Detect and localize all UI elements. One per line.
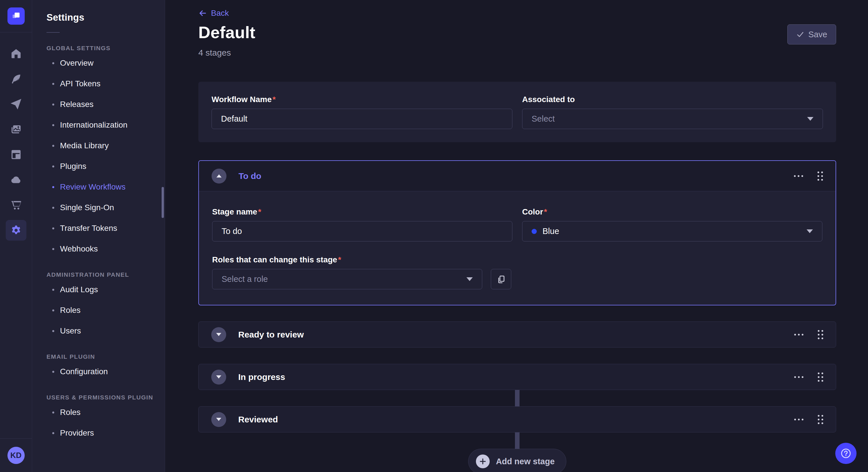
collapse-stage-button[interactable] <box>212 169 226 183</box>
back-button[interactable]: Back <box>198 9 229 18</box>
settings-nav-button[interactable] <box>6 220 26 241</box>
rail-divider <box>0 32 32 32</box>
section-global-settings: GLOBAL SETTINGS <box>46 45 165 52</box>
required-asterisk: * <box>273 95 276 104</box>
bullet-icon <box>52 248 54 250</box>
sidebar-item-review-workflows[interactable]: Review Workflows <box>46 177 165 197</box>
save-button[interactable]: Save <box>787 24 836 44</box>
sidebar-item-plugins[interactable]: Plugins <box>46 156 165 177</box>
bullet-icon <box>52 62 54 64</box>
user-avatar[interactable]: KD <box>7 447 25 464</box>
more-horizontal-icon <box>794 334 803 336</box>
required-asterisk: * <box>338 255 341 264</box>
sidebar-item-email-configuration[interactable]: Configuration <box>46 361 165 382</box>
arrow-left-icon <box>198 9 207 18</box>
sidebar-item-api-tokens[interactable]: API Tokens <box>46 73 165 94</box>
more-horizontal-icon <box>794 419 803 420</box>
sidebar-scrollbar[interactable] <box>162 187 164 218</box>
sidebar-item-internationalization[interactable]: Internationalization <box>46 115 165 135</box>
bullet-icon <box>52 289 54 291</box>
stage-more-button[interactable] <box>792 416 806 423</box>
workflow-form-card: Workflow Name* Associated to Select <box>198 82 836 142</box>
sidebar-item-audit-logs[interactable]: Audit Logs <box>46 279 165 300</box>
more-horizontal-icon <box>794 175 803 177</box>
stage-card-in-progress[interactable]: In progress <box>198 364 836 390</box>
associated-to-select[interactable]: Select <box>522 109 823 129</box>
bullet-icon <box>52 165 54 167</box>
section-administration-panel: ADMINISTRATION PANEL <box>46 271 165 278</box>
stage-color-field: Color* Blue <box>522 207 823 241</box>
stage-count: 4 stages <box>198 48 836 58</box>
bullet-icon <box>52 371 54 373</box>
sidebar-item-up-providers[interactable]: Providers <box>46 423 165 443</box>
media-library-nav-button[interactable] <box>6 119 26 140</box>
sidebar-item-admin-roles[interactable]: Roles <box>46 300 165 321</box>
duplicate-stage-button[interactable] <box>491 269 511 289</box>
content-manager-nav-button[interactable] <box>6 69 26 89</box>
bullet-icon <box>52 330 54 332</box>
roles-select[interactable]: Select a role <box>212 269 482 289</box>
workflow-name-label: Workflow Name <box>212 95 272 104</box>
expand-stage-button[interactable] <box>211 327 226 342</box>
check-icon <box>796 30 804 38</box>
rail-icon-list <box>6 41 26 438</box>
workflow-name-field: Workflow Name* <box>212 95 513 129</box>
stage-more-button[interactable] <box>792 332 806 338</box>
app-window: KD Settings GLOBAL SETTINGS Overview API… <box>0 0 868 472</box>
add-new-stage-button[interactable]: Add new stage <box>468 449 567 472</box>
stage-card-to-do: To do Stage name* <box>198 160 836 305</box>
sidebar-item-overview[interactable]: Overview <box>46 53 165 73</box>
stage-card-reviewed[interactable]: Reviewed <box>198 406 836 432</box>
drag-handle-icon <box>818 330 823 339</box>
sidebar-item-media-library[interactable]: Media Library <box>46 135 165 156</box>
cloud-nav-button[interactable] <box>6 169 26 190</box>
sidebar-item-releases[interactable]: Releases <box>46 94 165 115</box>
sidebar-item-transfer-tokens[interactable]: Transfer Tokens <box>46 218 165 239</box>
stage-more-button[interactable] <box>792 374 806 380</box>
expand-stage-button[interactable] <box>211 370 226 384</box>
bullet-icon <box>52 124 54 126</box>
expand-stage-button[interactable] <box>211 412 226 427</box>
settings-sidebar: Settings GLOBAL SETTINGS Overview API To… <box>32 0 165 472</box>
stage-title: Ready to review <box>238 330 304 339</box>
stage-more-button[interactable] <box>792 173 805 179</box>
stage-drag-handle[interactable] <box>815 413 826 427</box>
chevron-down-icon <box>807 117 813 121</box>
sidebar-item-admin-users[interactable]: Users <box>46 321 165 341</box>
stage-name-field: Stage name* <box>212 207 513 241</box>
chevron-down-icon <box>216 418 221 421</box>
bullet-icon <box>52 103 54 105</box>
sidebar-item-webhooks[interactable]: Webhooks <box>46 239 165 259</box>
releases-nav-button[interactable] <box>6 94 26 114</box>
layout-icon <box>10 148 22 161</box>
content-type-builder-nav-button[interactable] <box>6 144 26 165</box>
stage-drag-handle[interactable] <box>815 169 825 183</box>
color-swatch-blue <box>532 229 537 234</box>
bullet-icon <box>52 411 54 413</box>
chevron-down-icon <box>216 375 221 378</box>
stage-name-label: Stage name <box>212 207 257 216</box>
copy-icon <box>496 274 506 284</box>
plus-circle-icon <box>476 454 490 468</box>
color-label: Color <box>522 207 543 216</box>
marketplace-nav-button[interactable] <box>6 195 26 215</box>
stage-drag-handle[interactable] <box>815 370 826 384</box>
color-select[interactable]: Blue <box>522 221 823 241</box>
stage-drag-handle[interactable] <box>815 328 826 341</box>
stage-title: To do <box>239 171 261 181</box>
strapi-logo[interactable] <box>7 7 25 25</box>
help-button[interactable] <box>835 443 857 464</box>
stage-card-ready-to-review[interactable]: Ready to review <box>198 322 836 347</box>
drag-handle-icon <box>818 415 823 424</box>
stage-roles-field: Roles that can change this stage* Select… <box>212 255 482 289</box>
sidebar-item-single-sign-on[interactable]: Single Sign-On <box>46 197 165 218</box>
rail-divider-bottom <box>0 438 32 439</box>
workflow-name-input[interactable] <box>212 109 513 129</box>
sidebar-item-up-roles[interactable]: Roles <box>46 402 165 423</box>
drag-handle-icon <box>817 171 823 181</box>
save-label: Save <box>808 30 827 39</box>
stage-name-input[interactable] <box>212 221 513 241</box>
home-nav-button[interactable] <box>6 43 26 64</box>
home-icon <box>10 47 22 60</box>
stage-accordion-header[interactable]: To do <box>199 161 836 191</box>
